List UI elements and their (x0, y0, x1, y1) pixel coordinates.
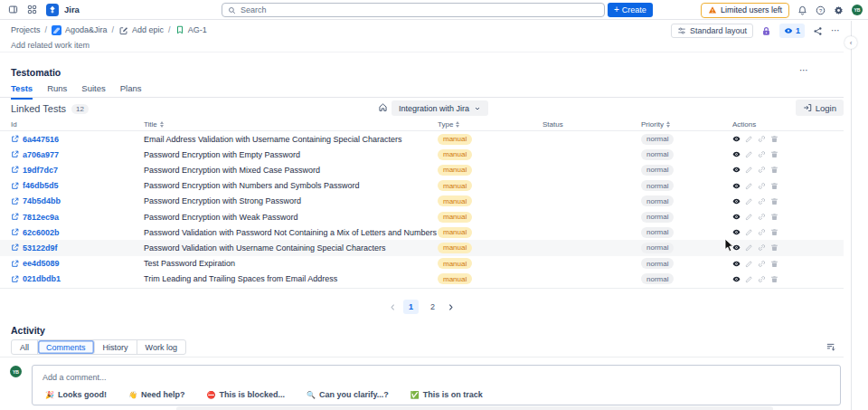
edit-test-button[interactable] (745, 197, 753, 205)
edit-test-button[interactable] (745, 150, 753, 158)
test-id-link[interactable]: 6a447516 (23, 135, 59, 144)
column-header-title[interactable]: Title (144, 120, 438, 129)
create-button[interactable]: + Create (608, 3, 653, 17)
edit-test-button[interactable] (745, 213, 753, 221)
add-related-work-item[interactable]: Add related work item (11, 41, 90, 50)
test-id-link[interactable]: 62c6002b (23, 228, 60, 237)
unlink-test-button[interactable] (758, 150, 766, 158)
quick-reply-button[interactable]: 🔍 Can you clarify...? (307, 390, 389, 399)
test-row[interactable]: 62c6002b Password Validation with Passwo… (0, 224, 844, 240)
unlink-test-button[interactable] (758, 135, 766, 143)
edit-test-button[interactable] (745, 275, 753, 283)
view-test-button[interactable] (732, 150, 741, 158)
breadcrumb-project[interactable]: Agoda&Jira (52, 25, 108, 35)
app-switcher-button[interactable] (27, 5, 37, 14)
view-test-button[interactable] (732, 182, 741, 190)
limited-users-button[interactable]: Limited users left (701, 3, 789, 18)
project-selector-dropdown[interactable]: Integration with Jira (392, 100, 488, 116)
unlink-test-button[interactable] (758, 213, 766, 221)
search-input[interactable]: Search (222, 3, 605, 17)
test-row[interactable]: 74b5d4bb Password Encryption with Strong… (0, 194, 844, 209)
quick-reply-button[interactable]: ⛔ This is blocked... (206, 390, 285, 399)
comment-box[interactable]: Add a comment... 🎉 Looks good! 👋 Need he… (32, 365, 841, 405)
quick-reply-button[interactable]: ✅ This is on track (410, 390, 483, 399)
edit-test-button[interactable] (745, 135, 753, 143)
project-home-button[interactable] (378, 102, 388, 112)
view-test-button[interactable] (732, 243, 741, 252)
unlink-test-button[interactable] (758, 182, 766, 190)
delete-test-button[interactable] (770, 182, 778, 190)
delete-test-button[interactable] (770, 275, 778, 283)
sidebar-toggle-button[interactable] (8, 5, 18, 14)
page-button[interactable]: 2 (425, 300, 440, 314)
delete-test-button[interactable] (770, 213, 778, 221)
testomatio-tab[interactable]: Tests (11, 83, 33, 97)
login-button[interactable]: Login (796, 100, 844, 116)
test-row[interactable]: 021dbdb1 Trim Leading and Trailing Space… (0, 272, 844, 287)
test-id-link[interactable]: 7812ec9a (23, 213, 59, 222)
collapse-panel-button[interactable]: ‹ (844, 36, 857, 49)
test-row[interactable]: 6a447516 Email Address Validation with U… (0, 131, 844, 147)
delete-test-button[interactable] (770, 243, 778, 252)
testomatio-more-button[interactable]: ⋯ (799, 66, 809, 75)
test-id-link[interactable]: 74b5d4bb (23, 196, 61, 205)
unlink-test-button[interactable] (758, 260, 766, 268)
help-button[interactable]: ? (816, 5, 826, 15)
view-test-button[interactable] (732, 275, 741, 283)
delete-test-button[interactable] (770, 166, 778, 174)
delete-test-button[interactable] (770, 135, 778, 143)
test-row[interactable]: 7812ec9a Password Encryption with Weak P… (0, 209, 844, 224)
view-test-button[interactable] (732, 135, 741, 143)
testomatio-tab[interactable]: Suites (81, 83, 105, 97)
test-row[interactable]: a706a977 Password Encryption with Empty … (0, 147, 844, 162)
delete-test-button[interactable] (770, 260, 778, 268)
share-button[interactable] (813, 26, 823, 36)
view-test-button[interactable] (732, 166, 741, 174)
test-id-link[interactable]: 53122d9f (23, 243, 58, 253)
breadcrumb-issue[interactable]: AG-1 (175, 25, 207, 34)
test-row[interactable]: 53122d9f Password Validation with Userna… (0, 240, 844, 255)
edit-test-button[interactable] (745, 260, 753, 268)
test-id-link[interactable]: 19df7dc7 (23, 166, 58, 175)
delete-test-button[interactable] (770, 197, 778, 205)
sort-comments-button[interactable] (826, 341, 836, 355)
test-id-link[interactable]: f46db5d5 (23, 181, 59, 190)
test-id-link[interactable]: 021dbdb1 (23, 274, 61, 283)
testomatio-tab[interactable]: Runs (47, 83, 67, 97)
testomatio-tab[interactable]: Plans (120, 83, 142, 97)
view-test-button[interactable] (732, 197, 741, 205)
test-id-link[interactable]: ee4d5089 (23, 259, 60, 268)
activity-tab[interactable]: Work log (137, 340, 185, 354)
test-id-link[interactable]: a706a977 (23, 150, 59, 159)
edit-test-button[interactable] (745, 182, 753, 190)
view-test-button[interactable] (732, 213, 741, 221)
test-row[interactable]: 19df7dc7 Password Encryption with Mixed … (0, 162, 844, 177)
edit-test-button[interactable] (745, 243, 753, 252)
breadcrumb-projects[interactable]: Projects (11, 25, 41, 34)
activity-tab[interactable]: All (12, 340, 38, 354)
activity-tab[interactable]: History (95, 340, 137, 354)
column-header-priority[interactable]: Priority (641, 120, 732, 129)
issue-more-button[interactable]: ⋯ (831, 26, 841, 35)
next-page-button[interactable] (447, 303, 455, 311)
notifications-button[interactable] (797, 5, 807, 15)
test-row[interactable]: f46db5d5 Password Encryption with Number… (0, 178, 844, 194)
view-test-button[interactable] (732, 228, 741, 236)
lock-button[interactable] (761, 26, 771, 36)
activity-tab[interactable]: Comments (38, 340, 95, 354)
unlink-test-button[interactable] (758, 166, 766, 174)
column-header-status[interactable]: Status (542, 120, 641, 129)
delete-test-button[interactable] (770, 150, 778, 158)
edit-test-button[interactable] (745, 166, 753, 174)
jira-home-button[interactable]: Jira (46, 4, 80, 16)
unlink-test-button[interactable] (758, 228, 766, 236)
delete-test-button[interactable] (770, 228, 778, 236)
breadcrumb-epic[interactable]: Add epic (118, 25, 164, 35)
watchers-button[interactable]: 1 (779, 24, 805, 38)
column-header-id[interactable]: Id (11, 120, 144, 129)
unlink-test-button[interactable] (758, 243, 766, 252)
previous-page-button[interactable] (389, 303, 397, 311)
settings-button[interactable] (834, 5, 844, 15)
edit-test-button[interactable] (745, 228, 753, 236)
view-test-button[interactable] (732, 260, 741, 268)
